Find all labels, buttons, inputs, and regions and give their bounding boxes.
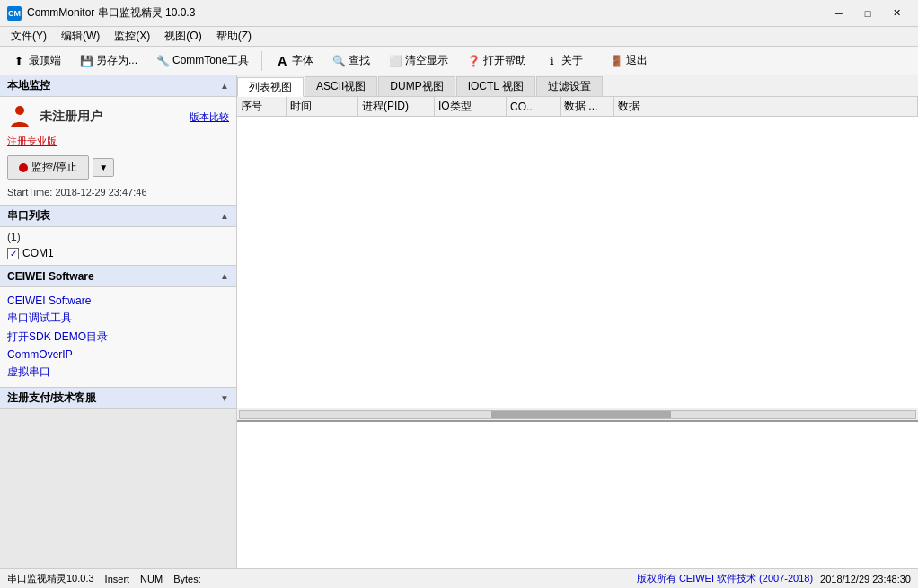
toolbar-help-button[interactable]: ❓ 打开帮助 [458,49,534,73]
toolbar-font-button[interactable]: A 字体 [267,49,322,73]
top-icon: ⬆ [12,54,26,68]
save-icon: 💾 [79,54,93,68]
status-num: NUM [140,574,163,584]
com1-label: COM1 [22,247,54,259]
status-bar: 串口监视精灵10.0.3 Insert NUM Bytes: 版权所有 CEIW… [0,568,918,588]
h-scroll-container[interactable] [237,408,918,420]
toolbar-sep-2 [596,51,596,71]
menu-view[interactable]: 视图(O) [157,27,208,46]
status-copyright-link[interactable]: 版权所有 CEIWEI 软件技术 (2007-2018) [637,572,813,585]
monitor-collapse-arrow[interactable]: ▲ [220,81,229,91]
left-spacer [0,409,236,568]
app-title: CommMonitor 串口监视精灵 10.0.3 [27,5,195,21]
com-section-header: 串口列表 ▲ [0,206,236,227]
th-process: 进程(PID) [358,97,435,116]
menu-file[interactable]: 文件(Y) [4,27,54,46]
status-left: 串口监视精灵10.0.3 Insert NUM Bytes: [7,572,201,585]
status-insert: Insert [105,574,130,584]
th-seq: 序号 [237,97,287,116]
table-body[interactable] [237,117,918,408]
monitor-stop-button[interactable]: 监控/停止 [7,155,89,180]
status-bytes: Bytes: [173,574,201,584]
menu-bar: 文件(Y) 编辑(W) 监控(X) 视图(O) 帮助(Z) [0,27,918,47]
toolbar-about-label: 关于 [561,53,583,68]
links-section-title: CEIWEI Software [7,270,94,283]
com-section-title: 串口列表 [7,208,50,224]
th-time: 时间 [287,97,358,116]
toolbar-exit-button[interactable]: 🚪 退出 [601,49,656,73]
toolbar-save-label: 另存为... [96,53,137,68]
commtone-icon: 🔧 [155,54,170,68]
support-section-title: 注册支付/技术客服 [7,391,96,406]
close-button[interactable]: ✕ [882,4,911,22]
table-header: 序号 时间 进程(PID) IO类型 CO... 数据 ... 数据 [237,97,918,117]
menu-edit[interactable]: 编辑(W) [54,27,107,46]
status-app-name: 串口监视精灵10.0.3 [7,572,94,585]
monitor-section-header: 本地监控 ▲ [0,75,236,97]
links-collapse-arrow[interactable]: ▲ [220,271,229,281]
links-section-header: CEIWEI Software ▲ [0,266,236,287]
com1-checkbox[interactable]: ✓ [7,248,19,259]
tab-list[interactable]: 列表视图 [237,77,304,97]
exit-icon: 🚪 [609,54,623,68]
tab-filter[interactable]: 过滤设置 [536,76,603,96]
svg-point-0 [15,106,24,115]
table-container: 序号 时间 进程(PID) IO类型 CO... 数据 ... 数据 [237,97,918,408]
toolbar-help-label: 打开帮助 [483,53,526,68]
right-panel: 列表视图 ASCII视图 DUMP视图 IOCTL 视图 过滤设置 序号 时间 … [237,75,918,568]
tab-ascii[interactable]: ASCII视图 [305,76,377,96]
maximize-button[interactable]: □ [853,4,882,22]
tab-ioctl[interactable]: IOCTL 视图 [456,76,535,96]
bottom-data-area [237,420,918,568]
monitor-red-dot [19,163,28,172]
support-section-header[interactable]: 注册支付/技术客服 ▼ [0,388,236,409]
status-datetime: 2018/12/29 23:48:30 [820,574,911,584]
th-com: CO... [507,97,561,116]
reg-link[interactable]: 注册专业版 [7,136,57,146]
main-layout: 本地监控 ▲ 未注册用户 版本比较 注册专业版 [0,75,918,568]
toolbar-top-button[interactable]: ⬆ 最顶端 [4,49,69,73]
help-icon: ❓ [466,54,481,68]
link-commoverip[interactable]: CommOverIP [7,347,229,363]
toolbar-commtone-button[interactable]: 🔧 CommTone工具 [147,49,257,73]
toolbar-find-label: 查找 [349,53,370,68]
h-scroll-thumb[interactable] [491,411,671,418]
monitor-btn-row: 监控/停止 ▼ [7,155,229,180]
minimize-button[interactable]: ─ [825,4,853,22]
start-time: StartTime: 2018-12-29 23:47:46 [7,187,229,197]
th-iotype: IO类型 [435,97,507,116]
toolbar-save-button[interactable]: 💾 另存为... [71,49,146,73]
link-sdk[interactable]: 打开SDK DEMO目录 [7,328,229,347]
h-scroll-track[interactable] [239,410,916,419]
toolbar-find-button[interactable]: 🔍 查找 [323,49,378,73]
app-icon: CM [7,6,22,21]
toolbar-about-button[interactable]: ℹ 关于 [536,49,591,73]
user-name: 未注册用户 [40,109,102,125]
monitor-dropdown-button[interactable]: ▼ [93,158,114,177]
toolbar-sep-1 [261,51,262,71]
support-collapse-arrow[interactable]: ▼ [220,393,229,403]
left-panel: 本地监控 ▲ 未注册用户 版本比较 注册专业版 [0,75,237,568]
links-section-content: CEIWEI Software 串口调试工具 打开SDK DEMO目录 Comm… [0,287,236,387]
toolbar-clear-label: 清空显示 [405,53,448,68]
com-item-com1: ✓ COM1 [7,245,229,261]
toolbar-clear-button[interactable]: ⬜ 清空显示 [380,49,456,73]
version-link[interactable]: 版本比较 [190,110,229,124]
tabs-bar: 列表视图 ASCII视图 DUMP视图 IOCTL 视图 过滤设置 [237,75,918,97]
tab-dump[interactable]: DUMP视图 [378,76,455,96]
link-ceiwei[interactable]: CEIWEI Software [7,293,229,309]
link-virtual[interactable]: 虚拟串口 [7,363,229,382]
monitor-section-content: 未注册用户 版本比较 注册专业版 监控/停止 ▼ StartTime: 2018… [0,97,236,205]
link-debug[interactable]: 串口调试工具 [7,309,229,328]
menu-monitor[interactable]: 监控(X) [107,27,157,46]
monitor-btn-label: 监控/停止 [31,160,77,175]
com-collapse-arrow[interactable]: ▲ [220,211,229,221]
support-section: 注册支付/技术客服 ▼ [0,388,236,409]
clear-icon: ⬜ [388,54,402,68]
user-avatar [7,104,32,129]
com-section: 串口列表 ▲ (1) ✓ COM1 [0,206,236,266]
menu-help[interactable]: 帮助(Z) [209,27,259,46]
com-section-content: (1) ✓ COM1 [0,227,236,265]
toolbar-commtone-label: CommTone工具 [172,53,249,68]
status-right: 版权所有 CEIWEI 软件技术 (2007-2018) 2018/12/29 … [637,572,911,585]
